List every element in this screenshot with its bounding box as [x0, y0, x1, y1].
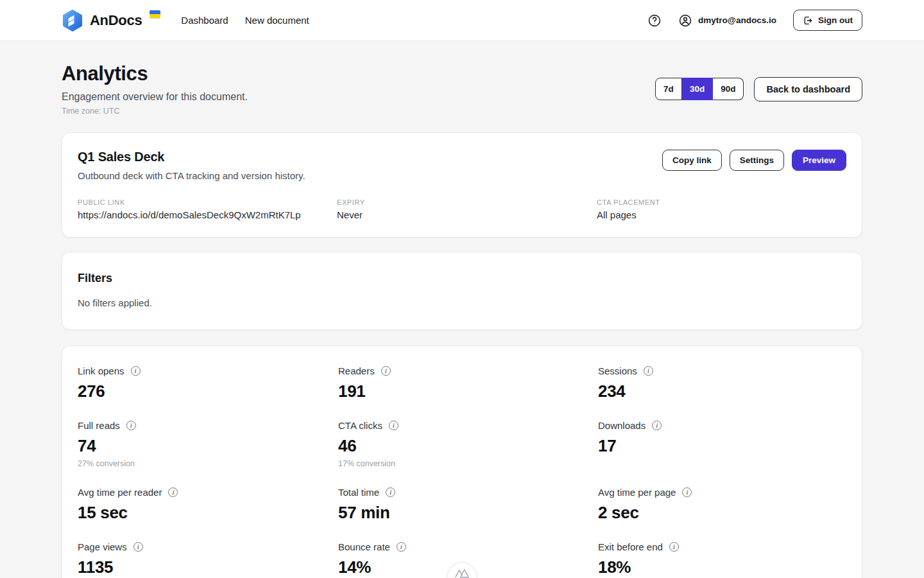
brand-name: AnDocs [90, 12, 142, 29]
metric-value: 276 [78, 381, 338, 401]
metric-label: Link opens [78, 365, 124, 376]
range-7d-button[interactable]: 7d [655, 78, 682, 100]
info-icon[interactable] [652, 421, 662, 430]
meta-label: PUBLIC LINK [78, 198, 337, 206]
meta-label: EXPIRY [337, 198, 597, 206]
metric-full-reads: Full reads 74 27% conversion [78, 420, 338, 468]
metric-avg-time-per-page: Avg time per page 2 sec [598, 487, 846, 523]
metric-sub: 17% conversion [338, 459, 598, 468]
metric-label: Avg time per reader [78, 487, 162, 498]
andocs-cube-icon [62, 10, 83, 31]
metric-value: 57 min [338, 503, 598, 523]
metric-label: Readers [338, 365, 375, 376]
meta-expiry: EXPIRY Never [337, 198, 597, 220]
info-icon[interactable] [644, 366, 653, 376]
info-icon[interactable] [397, 542, 406, 552]
cta-placement-value: All pages [597, 209, 846, 220]
metric-downloads: Downloads 17 [598, 420, 846, 468]
mountains-icon [454, 567, 470, 578]
metric-value: 191 [338, 381, 598, 401]
metric-value: 234 [598, 381, 846, 401]
main-content: Analytics Engagement overview for this d… [0, 62, 924, 578]
copy-link-button[interactable]: Copy link [662, 150, 722, 171]
account-chip: dmytro@andocs.io [678, 13, 776, 28]
info-icon[interactable] [133, 542, 143, 552]
filters-title: Filters [78, 272, 846, 285]
range-90d-button[interactable]: 90d [713, 78, 744, 100]
meta-public-link: PUBLIC LINK https://andocs.io/d/demoSale… [78, 198, 337, 220]
document-card: Q1 Sales Deck Outbound deck with CTA tra… [62, 132, 862, 238]
metric-label: Sessions [598, 365, 637, 376]
page-subtitle: Engagement overview for this document. [62, 91, 248, 103]
metric-exit-before-end: Exit before end 18% 51 sessions [598, 541, 846, 578]
page-title: Analytics [62, 62, 248, 85]
sign-out-label: Sign out [818, 15, 853, 25]
metric-page-views: Page views 1135 [78, 541, 338, 578]
info-icon[interactable] [131, 366, 141, 376]
metrics-card: Link opens 276 Readers 191 Sessions 234 … [62, 346, 862, 578]
brand-logo[interactable]: AnDocs [62, 9, 160, 31]
info-icon[interactable] [386, 487, 395, 497]
back-to-dashboard-button[interactable]: Back to dashboard [754, 77, 862, 101]
info-icon[interactable] [126, 421, 136, 430]
info-icon[interactable] [381, 366, 391, 376]
nav-new-document[interactable]: New document [245, 15, 309, 26]
info-icon[interactable] [168, 487, 178, 497]
info-icon[interactable] [669, 542, 679, 552]
info-icon[interactable] [389, 421, 398, 430]
document-card-titles: Q1 Sales Deck Outbound deck with CTA tra… [78, 150, 305, 181]
date-range-segmented: 7d 30d 90d [655, 78, 744, 100]
public-link-value: https://andocs.io/d/demoSalesDeck9QxW2mR… [78, 209, 337, 220]
ukraine-flag-icon [150, 10, 160, 18]
filters-card: Filters No filters applied. [62, 252, 862, 330]
page-head-text: Analytics Engagement overview for this d… [62, 62, 248, 116]
metric-cta-clicks: CTA clicks 46 17% conversion [338, 420, 598, 468]
metric-value: 15 sec [78, 503, 338, 523]
user-icon [678, 13, 692, 28]
nav-dashboard[interactable]: Dashboard [181, 15, 228, 26]
metric-value: 17 [598, 436, 846, 456]
range-30d-button[interactable]: 30d [682, 78, 713, 100]
metric-label: Full reads [78, 420, 120, 431]
metric-label: Total time [338, 487, 379, 498]
metric-value: 1135 [78, 557, 338, 577]
help-icon[interactable] [647, 13, 662, 28]
info-icon[interactable] [682, 487, 692, 497]
metric-readers: Readers 191 [338, 365, 598, 401]
metrics-grid: Link opens 276 Readers 191 Sessions 234 … [78, 365, 846, 578]
metric-sessions: Sessions 234 [598, 365, 846, 401]
metric-label: Avg time per page [598, 487, 676, 498]
document-card-top: Q1 Sales Deck Outbound deck with CTA tra… [78, 150, 846, 181]
meta-cta-placement: CTA PLACEMENT All pages [597, 198, 846, 220]
preview-button[interactable]: Preview [792, 150, 846, 171]
metric-label: Downloads [598, 420, 646, 431]
document-description: Outbound deck with CTA tracking and vers… [78, 170, 305, 181]
expiry-value: Never [337, 209, 597, 220]
page-head: Analytics Engagement overview for this d… [62, 62, 862, 116]
app-header: AnDocs Dashboard New document dmytro@and… [0, 0, 924, 41]
filters-empty-text: No filters applied. [78, 297, 846, 308]
meta-label: CTA PLACEMENT [597, 198, 846, 206]
metric-total-time: Total time 57 min [338, 487, 598, 523]
settings-button[interactable]: Settings [730, 150, 784, 171]
sign-out-button[interactable]: Sign out [793, 10, 862, 31]
metric-value: 46 [338, 436, 598, 456]
metric-value: 2 sec [598, 503, 846, 523]
metric-avg-time-per-reader: Avg time per reader 15 sec [78, 487, 338, 523]
metric-value: 74 [78, 436, 338, 456]
metric-label: Exit before end [598, 541, 663, 552]
head-controls: 7d 30d 90d Back to dashboard [655, 77, 862, 101]
main-nav: Dashboard New document [181, 15, 309, 26]
metric-label: CTA clicks [338, 420, 382, 431]
metric-sub: 27% conversion [78, 459, 338, 468]
sign-out-icon [803, 15, 813, 26]
document-title: Q1 Sales Deck [78, 150, 305, 164]
document-meta: PUBLIC LINK https://andocs.io/d/demoSale… [78, 198, 846, 220]
metric-label: Page views [78, 541, 127, 552]
metric-value: 18% [598, 557, 846, 577]
metric-link-opens: Link opens 276 [78, 365, 338, 401]
timezone-note: Time zone: UTC [62, 107, 248, 116]
header-right: dmytro@andocs.io Sign out [647, 10, 862, 31]
metric-label: Bounce rate [338, 541, 390, 552]
account-email: dmytro@andocs.io [698, 15, 776, 25]
